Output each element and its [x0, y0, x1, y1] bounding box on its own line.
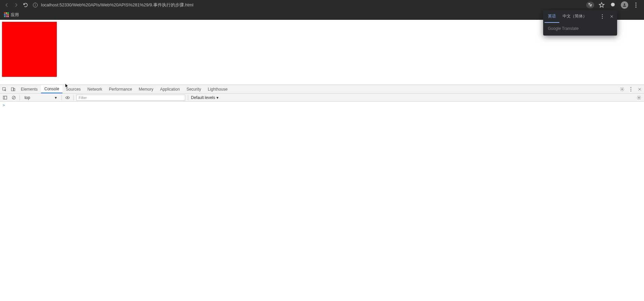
browser-menu-icon[interactable]	[632, 1, 640, 9]
tab-security[interactable]: Security	[183, 85, 204, 93]
tab-console[interactable]: Console	[41, 85, 63, 93]
console-prompt: >	[3, 103, 5, 107]
clear-console-icon[interactable]	[11, 95, 17, 101]
svg-point-4	[602, 16, 603, 17]
devtools-tabs: Elements Console Sources Network Perform…	[0, 85, 644, 94]
devtools-close-icon[interactable]	[635, 85, 644, 94]
tab-application[interactable]: Application	[157, 85, 183, 93]
translate-icon[interactable]	[586, 2, 594, 8]
svg-point-10	[631, 87, 631, 88]
context-select[interactable]: top ▾	[23, 95, 59, 101]
translate-menu-icon[interactable]	[598, 12, 606, 20]
svg-point-9	[621, 89, 623, 90]
profile-avatar[interactable]	[620, 1, 629, 9]
toggle-console-sidebar-icon[interactable]	[2, 95, 8, 101]
translate-tab-english[interactable]: 英语	[545, 10, 559, 23]
svg-point-18	[638, 97, 640, 98]
filter-input[interactable]: Filter	[76, 95, 185, 101]
tab-performance[interactable]: Performance	[106, 85, 135, 93]
reload-button[interactable]	[21, 0, 30, 10]
svg-point-12	[631, 91, 631, 91]
translate-tabs: 英语 中文（简体）	[543, 10, 617, 23]
svg-point-0	[635, 2, 636, 3]
apps-shortcut[interactable]: 应用	[4, 12, 19, 18]
inspect-element-icon[interactable]	[0, 85, 9, 94]
tab-network[interactable]: Network	[84, 85, 106, 93]
svg-rect-13	[3, 96, 7, 99]
tab-elements[interactable]: Elements	[17, 85, 41, 93]
context-value: top	[25, 95, 30, 100]
forward-button[interactable]	[11, 0, 21, 10]
apps-label: 应用	[11, 12, 19, 18]
extensions-icon[interactable]	[609, 1, 617, 9]
star-icon[interactable]	[598, 1, 606, 9]
console-settings-icon[interactable]	[636, 95, 642, 101]
chevron-down-icon: ▾	[216, 95, 218, 100]
svg-point-11	[631, 89, 631, 89]
mouse-cursor-icon	[65, 84, 69, 89]
chevron-down-icon: ▾	[55, 95, 57, 100]
svg-point-17	[67, 97, 68, 98]
toolbar-right	[586, 1, 642, 9]
red-box-element[interactable]	[2, 22, 57, 77]
browser-toolbar: i localhost:52330/Web%20APIs/Web%20APIS%…	[0, 0, 644, 10]
separator	[73, 95, 74, 100]
devtools-settings-icon[interactable]	[618, 85, 627, 94]
tab-lighthouse[interactable]: Lighthouse	[204, 85, 231, 93]
url-text: localhost:52330/Web%20APIs/Web%20APIS%28…	[41, 2, 193, 8]
console-toolbar: top ▾ Filter Default levels ▾	[0, 94, 644, 102]
log-levels-select[interactable]: Default levels ▾	[191, 95, 218, 100]
translate-tab-chinese[interactable]: 中文（简体）	[559, 10, 590, 23]
console-body[interactable]: >	[0, 102, 644, 301]
separator	[188, 95, 188, 100]
live-expression-icon[interactable]	[65, 95, 71, 101]
address-bar[interactable]: i localhost:52330/Web%20APIs/Web%20APIS%…	[33, 2, 586, 8]
separator	[62, 95, 62, 100]
svg-point-5	[602, 18, 603, 18]
levels-label: Default levels	[191, 95, 215, 100]
svg-point-3	[602, 14, 603, 15]
site-info-icon[interactable]: i	[33, 3, 38, 7]
devtools-menu-icon[interactable]	[627, 85, 635, 94]
svg-line-16	[13, 97, 15, 99]
device-toolbar-icon[interactable]	[9, 85, 17, 94]
filter-placeholder: Filter	[79, 96, 87, 100]
translate-body-text: Google Translate	[543, 23, 617, 36]
tab-memory[interactable]: Memory	[135, 85, 157, 93]
back-button[interactable]	[2, 0, 11, 10]
devtools-panel: Elements Console Sources Network Perform…	[0, 85, 644, 301]
svg-point-2	[635, 6, 636, 7]
apps-grid-icon	[4, 12, 9, 17]
translate-close-icon[interactable]	[608, 12, 616, 20]
svg-point-1	[635, 4, 636, 5]
separator	[19, 95, 20, 100]
translate-popup: 英语 中文（简体） Google Translate	[543, 10, 617, 36]
